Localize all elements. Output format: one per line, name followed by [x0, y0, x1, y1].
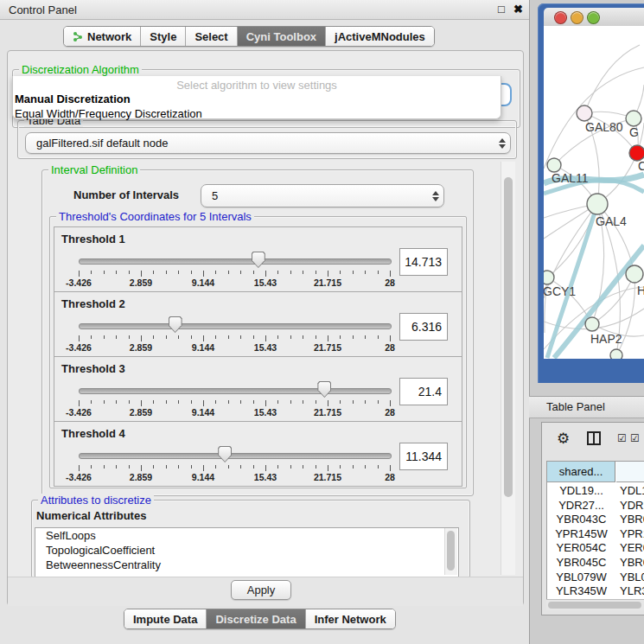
slider-track[interactable]	[79, 453, 392, 459]
table-row[interactable]: YBR043CYBR0	[547, 513, 644, 527]
tick-mark	[378, 400, 379, 404]
tab-cyni-toolbox[interactable]: Cyni Toolbox	[237, 27, 325, 46]
tick-mark	[79, 271, 80, 277]
zoom-traffic-light-icon[interactable]	[587, 11, 600, 24]
network-window-titlebar	[544, 8, 644, 28]
table-horizontal-scrollbar[interactable]	[546, 599, 644, 610]
threshold-value-field[interactable]: 14.713	[399, 248, 448, 276]
tick-mark	[215, 271, 216, 274]
node-table[interactable]: shared... n... YDL19...YDL1YDR27...YDR2Y…	[546, 461, 644, 601]
top-tab-bar: NetworkStyleSelectCyni ToolboxjActiveMNo…	[63, 26, 435, 47]
slider-thumb[interactable]	[252, 252, 265, 268]
tick-label: 28	[364, 277, 416, 288]
tab-style[interactable]: Style	[140, 27, 185, 46]
network-node-gal11[interactable]	[547, 158, 561, 172]
settings-scrollbar-thumb[interactable]	[504, 177, 513, 497]
attributes-scrollbar[interactable]	[444, 528, 457, 575]
column-header-name[interactable]: n...	[616, 462, 644, 482]
tab-label: Discretize Data	[215, 613, 296, 626]
slider-track[interactable]	[79, 323, 392, 329]
table-row[interactable]: YDR27...YDR2	[547, 499, 644, 513]
network-node-label: HAP2	[590, 332, 622, 346]
attributes-scrollbar-thumb[interactable]	[447, 531, 455, 571]
network-node[interactable]	[610, 349, 622, 359]
tick-mark	[203, 271, 204, 277]
tick-mark	[265, 335, 266, 341]
cell-shared-name: YBR045C	[547, 556, 615, 569]
attribute-item[interactable]: BetweennessCentrality	[35, 558, 458, 572]
network-node-gal4[interactable]	[587, 194, 608, 214]
close-traffic-light-icon[interactable]	[554, 11, 567, 24]
threshold-value-field[interactable]: 11.344	[399, 443, 448, 470]
tick-mark	[166, 400, 167, 404]
tick-label: 15.43	[239, 472, 291, 482]
split-column-icon[interactable]	[587, 431, 601, 445]
table-row[interactable]: YBL079WYBL0	[547, 571, 644, 585]
tick-mark	[191, 400, 192, 404]
threshold-value-field[interactable]: 6.316	[399, 313, 448, 341]
tick-mark	[277, 271, 278, 274]
tick-mark	[290, 271, 291, 274]
settings-scrollbar[interactable]	[501, 162, 515, 575]
tick-mark	[153, 465, 154, 469]
popup-item-equal-width-frequency[interactable]: Equal Width/Frequency Discretization	[13, 106, 501, 121]
gear-icon[interactable]: ⚙	[557, 430, 570, 447]
close-icon[interactable]: ✖	[513, 3, 523, 16]
table-row[interactable]: YPR145WYPR1	[547, 527, 644, 542]
tab-network[interactable]: Network	[64, 27, 140, 46]
table-row[interactable]: YBR045CYBR0	[547, 556, 644, 571]
number-of-intervals-value: 5	[201, 189, 428, 202]
attribute-item[interactable]: TopologicalCoefficient	[35, 543, 458, 558]
tab-impute-data[interactable]: Impute Data	[124, 609, 206, 628]
network-node-h[interactable]	[626, 265, 643, 283]
tab-jactivemnodules[interactable]: jActiveMNodules	[325, 27, 434, 46]
numerical-attributes-list[interactable]: SelfLoopsTopologicalCoefficientBetweenne…	[35, 527, 459, 577]
table-data-combobox[interactable]: galFiltered.sif default node	[25, 132, 511, 154]
threshold-panel-4: Threshold 4-3.4262.8599.14415.4321.71528…	[54, 421, 462, 487]
network-canvas[interactable]: GAL80GCGAL11GAL4GCY1HHAP2	[544, 26, 644, 359]
slider-track[interactable]	[79, 388, 392, 394]
tab-infer-network[interactable]: Infer Network	[305, 609, 395, 628]
network-node-label: GCY1	[544, 284, 576, 298]
tick-mark	[365, 465, 366, 469]
tick-mark	[240, 465, 241, 469]
slider-thumb[interactable]	[169, 316, 182, 333]
slider-thumb[interactable]	[317, 381, 331, 398]
tick-mark	[141, 465, 142, 471]
tab-discretize-data[interactable]: Discretize Data	[206, 609, 304, 628]
threshold-value-field[interactable]: 21.4	[399, 378, 448, 405]
apply-button[interactable]: Apply	[231, 580, 291, 600]
tick-mark	[253, 400, 254, 404]
minimize-traffic-light-icon[interactable]	[571, 11, 583, 24]
attribute-item[interactable]: SelfLoops	[35, 528, 458, 543]
attributes-group-title: Attributes to discretize	[38, 494, 154, 507]
tab-select[interactable]: Select	[185, 27, 236, 46]
tick-mark	[340, 400, 341, 404]
interval-definition-title: Interval Definition	[48, 163, 140, 176]
table-row[interactable]: YDL19...YDL1	[547, 484, 644, 499]
float-window-icon[interactable]: □	[498, 3, 505, 16]
tick-mark	[116, 400, 117, 404]
network-node-g[interactable]	[626, 111, 641, 126]
table-panel-header: Table Panel	[529, 396, 644, 418]
popup-item-manual-discretization[interactable]: Manual Discretization	[13, 92, 501, 106]
tick-mark	[166, 465, 167, 469]
checkbox-icon[interactable]: ☑	[617, 432, 627, 444]
slider-thumb[interactable]	[218, 446, 232, 462]
checkbox-icon[interactable]: ☑	[630, 432, 640, 444]
bottom-tab-bar: Impute DataDiscretize DataInfer Network	[124, 609, 396, 629]
network-node-gal80[interactable]	[577, 105, 592, 121]
tick-mark	[166, 335, 167, 339]
cell-shared-name: YDL19...	[547, 484, 615, 497]
table-scrollbar-thumb[interactable]	[548, 602, 641, 609]
table-row[interactable]: YLR345WYLR3	[547, 584, 644, 599]
tick-mark	[141, 271, 142, 277]
tick-label: 9.144	[177, 472, 229, 482]
threshold-panel-2: Threshold 2-3.4262.8599.14415.4321.71528…	[54, 291, 462, 357]
network-node-hap2[interactable]	[585, 317, 599, 331]
column-header-shared[interactable]: shared...	[547, 462, 615, 482]
number-of-intervals-combobox[interactable]: 5	[201, 184, 444, 207]
table-row[interactable]: YER054CYER0	[547, 541, 644, 556]
network-node-gcy1[interactable]	[544, 271, 554, 284]
slider-track[interactable]	[79, 258, 392, 265]
